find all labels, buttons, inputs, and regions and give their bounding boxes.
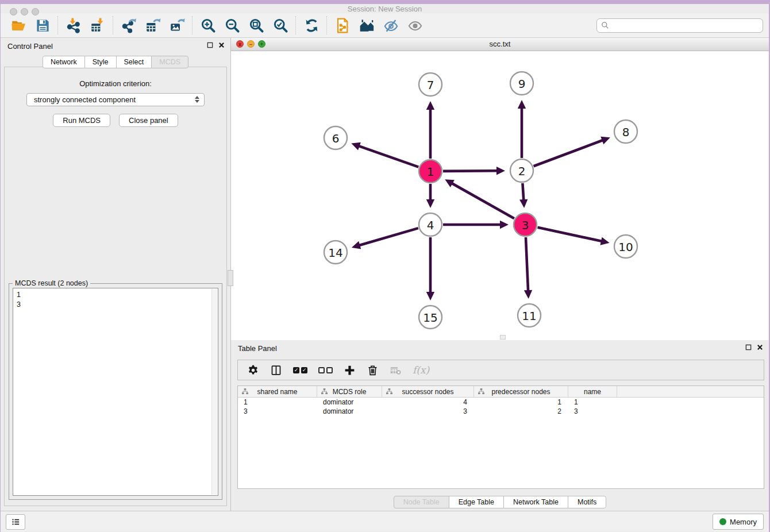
hierarchy-icon <box>321 388 328 395</box>
export-table-button[interactable] <box>141 14 165 36</box>
close-panel-icon[interactable] <box>218 42 225 48</box>
window-titlebar[interactable]: Session: New Session <box>1 4 769 13</box>
column-header-successor-nodes[interactable]: successor nodes <box>382 386 474 397</box>
graph-node-label: 2 <box>518 164 526 178</box>
zoom-in-button[interactable] <box>196 14 220 36</box>
table-cell[interactable]: 1 <box>474 398 568 407</box>
close-panel-icon[interactable] <box>757 344 763 350</box>
show-graphics-details-button[interactable] <box>403 14 427 36</box>
edge-2-3[interactable] <box>522 183 523 201</box>
split-columns-button[interactable] <box>270 364 282 376</box>
minimize-window-button[interactable] <box>21 8 28 16</box>
column-header-mcds-role[interactable]: MCDS role <box>317 386 382 397</box>
column-header-name[interactable]: name <box>568 386 617 397</box>
plus-icon <box>344 364 356 376</box>
task-history-button[interactable] <box>6 514 25 530</box>
floppy-disk-icon <box>35 18 51 33</box>
import-network-button[interactable] <box>61 14 86 36</box>
tab-motifs[interactable]: Motifs <box>568 496 606 508</box>
edge-1-6[interactable] <box>359 146 419 167</box>
deselect-all-columns-button[interactable] <box>318 367 333 373</box>
edge-arrowhead <box>524 290 532 299</box>
table-panel: Table Panel ✓ ✓ <box>231 340 769 511</box>
window-traffic-lights[interactable] <box>10 8 39 16</box>
export-network-button[interactable] <box>117 14 141 36</box>
table-cell[interactable]: 1 <box>568 398 617 407</box>
panel-splitter-handle[interactable] <box>228 270 233 286</box>
select-all-columns-button[interactable]: ✓ ✓ <box>293 367 307 373</box>
run-mcds-button[interactable]: Run MCDS <box>53 114 110 127</box>
edge-2-8[interactable] <box>534 140 603 166</box>
table-cell[interactable]: 3 <box>382 407 474 416</box>
zoom-out-icon <box>225 18 240 33</box>
table-row[interactable]: 1dominator411 <box>238 398 764 407</box>
float-panel-icon[interactable] <box>207 42 213 48</box>
mcds-result-area[interactable]: 1 3 <box>13 288 218 496</box>
table-cell[interactable]: dominator <box>317 398 382 407</box>
close-panel-button[interactable]: Close panel <box>119 114 178 127</box>
network-minimize-button[interactable]: – <box>247 40 255 48</box>
zoom-window-button[interactable] <box>32 8 39 16</box>
open-session-button[interactable] <box>6 14 30 36</box>
tab-select[interactable]: Select <box>116 56 152 68</box>
add-column-button[interactable] <box>344 364 356 376</box>
control-panel-tabs: NetworkStyleSelectMCDS <box>1 56 230 68</box>
export-image-icon <box>170 18 185 33</box>
edge-3-1[interactable] <box>452 183 514 219</box>
search-input[interactable] <box>596 18 763 33</box>
float-panel-icon[interactable] <box>745 344 752 350</box>
criterion-select[interactable]: strongly connected component <box>26 93 205 106</box>
memory-button[interactable]: Memory <box>713 514 764 530</box>
save-session-button[interactable] <box>30 14 55 36</box>
zoom-selected-button[interactable] <box>268 14 292 36</box>
zoom-out-button[interactable] <box>220 14 244 36</box>
graph-node-label: 14 <box>328 246 342 260</box>
network-view-window: x – + scc.txt 7968124314101511 <box>231 38 769 340</box>
canvas-splitter-grip[interactable] <box>500 335 506 340</box>
graph-node-label: 15 <box>423 311 437 325</box>
hierarchy-icon <box>386 388 392 395</box>
new-network-from-selection-button[interactable] <box>330 14 355 36</box>
import-table-button[interactable] <box>86 14 110 36</box>
tab-network-table[interactable]: Network Table <box>503 496 568 508</box>
network-graph[interactable]: 7968124314101511 <box>231 51 769 341</box>
tab-edge-table[interactable]: Edge Table <box>449 496 504 508</box>
fx-icon: f(x) <box>413 364 429 376</box>
table-cell[interactable]: dominator <box>317 407 382 416</box>
zoom-in-icon <box>201 18 216 33</box>
network-zoom-button[interactable]: + <box>258 40 265 48</box>
table-cell[interactable]: 2 <box>474 407 568 416</box>
edge-arrowhead <box>600 237 609 245</box>
edge-3-10[interactable] <box>537 228 602 241</box>
network-view-titlebar[interactable]: x – + scc.txt <box>231 38 769 51</box>
network-close-button[interactable]: x <box>236 40 244 48</box>
table-row[interactable]: 3dominator323 <box>238 407 764 416</box>
delete-column-button[interactable] <box>367 364 379 376</box>
tab-node-table[interactable]: Node Table <box>394 496 449 508</box>
node-table[interactable]: shared nameMCDS rolesuccessor nodesprede… <box>237 385 764 489</box>
table-header-row: shared nameMCDS rolesuccessor nodesprede… <box>238 386 764 398</box>
export-image-button[interactable] <box>165 14 189 36</box>
network-canvas[interactable]: 7968124314101511 <box>231 51 769 340</box>
edge-4-14[interactable] <box>359 228 418 245</box>
zoom-fit-button[interactable] <box>244 14 268 36</box>
table-cell[interactable]: 1 <box>238 398 317 407</box>
edge-1-2[interactable] <box>443 171 498 171</box>
close-window-button[interactable] <box>10 8 17 16</box>
table-cell[interactable]: 3 <box>568 407 617 416</box>
control-panel: Control Panel NetworkStyleSelectMCDS Opt… <box>1 38 231 511</box>
tab-mcds[interactable]: MCDS <box>151 56 188 68</box>
hide-selected-button[interactable] <box>379 14 403 36</box>
unchecked-checkbox-icon <box>318 367 325 373</box>
tab-network[interactable]: Network <box>43 56 85 68</box>
table-settings-button[interactable] <box>247 364 259 376</box>
first-neighbors-button[interactable] <box>355 14 379 36</box>
table-cell[interactable]: 3 <box>238 407 317 416</box>
tab-style[interactable]: Style <box>84 56 117 68</box>
table-cell[interactable]: 4 <box>382 398 474 407</box>
result-scrollbar[interactable] <box>211 289 217 495</box>
edge-3-11[interactable] <box>526 237 528 291</box>
apply-layout-button[interactable] <box>299 14 324 36</box>
column-header-shared-name[interactable]: shared name <box>238 386 317 397</box>
column-header-predecessor-nodes[interactable]: predecessor nodes <box>474 386 568 397</box>
